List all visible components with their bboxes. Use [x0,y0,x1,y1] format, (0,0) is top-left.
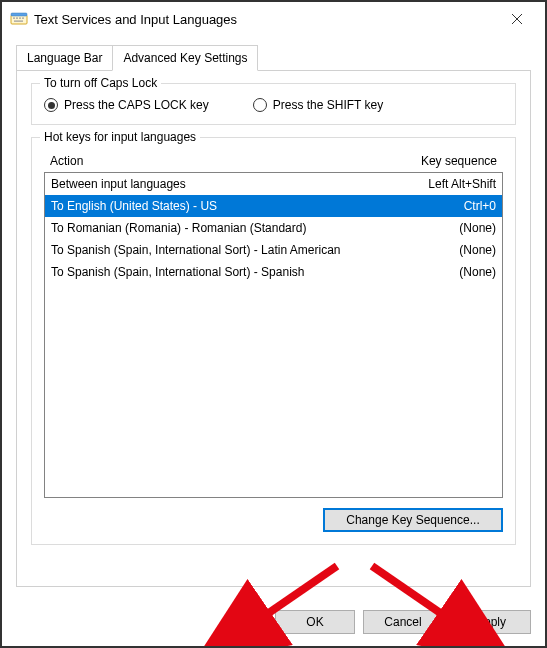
col-header-action: Action [50,154,377,168]
hotkey-list-row[interactable]: To Spanish (Spain, International Sort) -… [45,239,502,261]
radio-label: Press the SHIFT key [273,98,383,112]
hotkey-list-row[interactable]: To Romanian (Romania) - Romanian (Standa… [45,217,502,239]
caps-lock-group-title: To turn off Caps Lock [40,76,161,90]
tab-language-bar[interactable]: Language Bar [16,45,113,71]
dialog-footer: OK Cancel Apply [275,610,531,634]
hotkey-action: To English (United States) - US [51,197,386,215]
radio-icon [44,98,58,112]
hotkeys-listbox[interactable]: Between input languagesLeft Alt+ShiftTo … [44,172,503,498]
keyboard-icon [10,10,28,28]
svg-rect-0 [11,15,27,24]
hotkey-key-sequence: (None) [386,241,496,259]
hotkey-key-sequence: Left Alt+Shift [386,175,496,193]
change-key-row: Change Key Sequence... [44,508,503,532]
radio-press-caps-lock[interactable]: Press the CAPS LOCK key [44,98,209,112]
dialog-body: Language Bar Advanced Key Settings To tu… [2,36,545,601]
radio-label: Press the CAPS LOCK key [64,98,209,112]
tab-panel-advanced: To turn off Caps Lock Press the CAPS LOC… [16,70,531,587]
close-button[interactable] [497,5,537,33]
hotkey-action: To Spanish (Spain, International Sort) -… [51,263,386,281]
caps-lock-groupbox: To turn off Caps Lock Press the CAPS LOC… [31,83,516,125]
cancel-button[interactable]: Cancel [363,610,443,634]
hotkey-action: Between input languages [51,175,386,193]
hotkey-list-row[interactable]: Between input languagesLeft Alt+Shift [45,173,502,195]
hotkey-list-row[interactable]: To English (United States) - USCtrl+0 [45,195,502,217]
hotkeys-group-title: Hot keys for input languages [40,130,200,144]
hotkeys-groupbox: Hot keys for input languages Action Key … [31,137,516,545]
tab-strip: Language Bar Advanced Key Settings [16,45,531,71]
hotkey-action: To Romanian (Romania) - Romanian (Standa… [51,219,386,237]
hotkeys-list-header: Action Key sequence [44,152,503,172]
hotkey-action: To Spanish (Spain, International Sort) -… [51,241,386,259]
change-key-sequence-button[interactable]: Change Key Sequence... [323,508,503,532]
svg-rect-2 [13,18,15,19]
radio-icon [253,98,267,112]
svg-rect-5 [22,18,24,19]
hotkey-list-row[interactable]: To Spanish (Spain, International Sort) -… [45,261,502,283]
ok-button[interactable]: OK [275,610,355,634]
svg-rect-4 [19,18,21,19]
caps-lock-radio-row: Press the CAPS LOCK key Press the SHIFT … [44,98,503,112]
window-title: Text Services and Input Languages [34,12,497,27]
tab-advanced-key-settings[interactable]: Advanced Key Settings [112,45,258,71]
col-header-key: Key sequence [377,154,497,168]
hotkey-key-sequence: (None) [386,263,496,281]
svg-rect-3 [16,18,18,19]
close-icon [511,13,523,25]
radio-press-shift[interactable]: Press the SHIFT key [253,98,383,112]
hotkey-key-sequence: Ctrl+0 [386,197,496,215]
titlebar: Text Services and Input Languages [2,2,545,36]
hotkey-key-sequence: (None) [386,219,496,237]
svg-rect-6 [14,21,23,22]
apply-button[interactable]: Apply [451,610,531,634]
svg-rect-1 [11,13,27,16]
